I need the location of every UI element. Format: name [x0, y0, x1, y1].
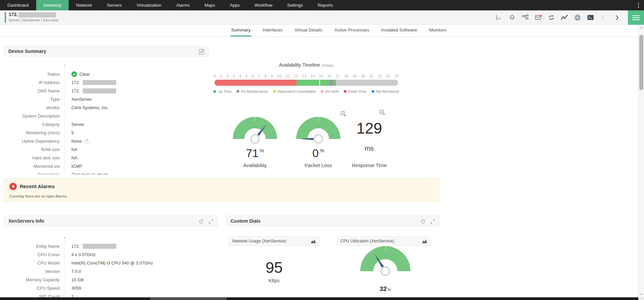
- recent-alarms-message: Currently there are no open Alarms.: [9, 194, 68, 198]
- device-summary-panel: Device Summary ▲ StatusClearIP Address17…: [4, 46, 209, 174]
- gauge-hub: [313, 134, 323, 144]
- horizontal-scrollbar-thumb[interactable]: [150, 298, 227, 300]
- collapse-arrow-icon[interactable]: ▲: [63, 63, 66, 67]
- tab-interfaces[interactable]: Interfaces: [262, 24, 283, 36]
- field-row-cpu-speed: CPU Speed3059: [4, 284, 218, 292]
- field-row-entity-name: Entity Name172.: [4, 242, 218, 250]
- legend-label: Not Monitored: [376, 89, 399, 93]
- timeline-tick: 4: [239, 74, 241, 78]
- xenservers-info-header: XenServers Info: [4, 216, 218, 226]
- field-label: System Description: [4, 114, 60, 119]
- field-text: 172.: [71, 88, 80, 93]
- status-clear-icon: [71, 71, 77, 77]
- timeline-tick: 1: [220, 74, 222, 78]
- globe-icon[interactable]: [574, 14, 581, 21]
- nav-item-maps[interactable]: Maps: [197, 0, 222, 10]
- tab-summary[interactable]: Summary: [231, 24, 251, 36]
- vertical-scrollbar[interactable]: ▲ ▼: [638, 25, 644, 297]
- hamburger-menu-button[interactable]: [628, 10, 644, 25]
- field-value: 4 x 3.07GHz: [71, 252, 95, 257]
- nav-item-dashboard[interactable]: Dashboard: [0, 0, 36, 10]
- device-summary-body: ▲ StatusClearIP Address172.DNS Name172.T…: [4, 57, 209, 174]
- field-value: XenServer: [71, 97, 92, 102]
- collapse-arrow-icon[interactable]: ▲: [63, 236, 66, 239]
- opmanager-app: DashboardInventoryNetworkServersVirtuali…: [0, 0, 644, 300]
- nav-item-alarms[interactable]: Alarms: [169, 0, 197, 10]
- field-label: Entity Name: [4, 244, 60, 249]
- terminal-icon[interactable]: [587, 14, 594, 21]
- device-subtitle: Server | XenServer | Xen-Host: [9, 18, 58, 22]
- timeline-title-text: Availability Timeline: [279, 62, 320, 68]
- network-usage-title: Network Usage (XenService): [232, 239, 311, 243]
- tabs-bar: SummaryInterfacesVirtual DetailsActive P…: [0, 25, 638, 37]
- field-text: Server: [71, 122, 84, 127]
- chart-icon[interactable]: [311, 238, 316, 244]
- scroll-down-button[interactable]: ▼: [639, 292, 644, 297]
- horizontal-scrollbar[interactable]: [0, 297, 638, 300]
- nav-item-virtualization[interactable]: Virtualization: [129, 0, 169, 10]
- redacted-value: [83, 244, 116, 249]
- mail-icon[interactable]: [534, 14, 542, 21]
- chevron-left-icon[interactable]: [600, 14, 607, 21]
- field-text: 15 GB: [71, 277, 84, 282]
- nav-item-servers[interactable]: Servers: [100, 0, 129, 10]
- report-icon[interactable]: [340, 111, 346, 117]
- expand-icon[interactable]: [430, 219, 435, 224]
- device-summary-header: Device Summary: [4, 46, 209, 57]
- timeline-tick: 17: [336, 74, 340, 78]
- workflow-icon[interactable]: [521, 14, 529, 21]
- field-label: Hard disk size: [4, 155, 60, 160]
- packet-loss-value: 0%: [293, 147, 344, 160]
- timeline-tick: 2: [227, 74, 229, 78]
- timeline-tick: 14: [311, 74, 315, 78]
- timeline-tick: 21: [369, 74, 373, 78]
- nav-item-inventory[interactable]: Inventory: [36, 0, 69, 10]
- bell-alert-icon[interactable]: [508, 14, 516, 21]
- overflow-menu-icon[interactable]: [638, 3, 639, 8]
- field-value: Clear: [71, 71, 90, 77]
- sync-loop-icon[interactable]: [548, 14, 555, 21]
- legend-dot: [321, 90, 323, 93]
- vertical-scrollbar-thumb[interactable]: [639, 35, 643, 90]
- field-value: None?: [71, 139, 89, 144]
- field-value: Intel(R) Core(TM) i3 CPU 540 @ 3.07GHz: [71, 260, 153, 266]
- legend-item-down-time: Down Time: [344, 89, 367, 93]
- area-chart-icon[interactable]: [495, 14, 503, 21]
- field-row-type: TypeXenServer: [4, 95, 209, 103]
- alarm-bell-icon: [9, 183, 17, 190]
- nav-item-workflow[interactable]: Workflow: [247, 0, 280, 10]
- edit-pencil-icon[interactable]: [199, 49, 204, 55]
- expand-icon[interactable]: [208, 219, 213, 224]
- chart-icon[interactable]: [422, 238, 427, 244]
- line-graph-icon[interactable]: [561, 14, 568, 21]
- packet-loss-gauge: [296, 117, 340, 139]
- field-row-vendor: VendorCitrix Systems, Inc.: [4, 103, 209, 112]
- nav-item-settings[interactable]: Settings: [280, 0, 310, 10]
- legend-label: On Hold: [325, 89, 338, 93]
- tab-virtual-details[interactable]: Virtual Details: [294, 24, 323, 36]
- tab-installed-software[interactable]: Installed Software: [381, 24, 418, 36]
- report-icon[interactable]: [379, 109, 385, 115]
- legend-dot: [213, 90, 216, 93]
- field-value: 3059: [71, 286, 81, 291]
- recent-alarms-panel: Recent Alarms Currently there are no ope…: [4, 178, 439, 202]
- chevron-right-icon[interactable]: [613, 14, 621, 21]
- help-icon[interactable]: ?: [84, 139, 89, 144]
- timeline-tick: 19: [352, 74, 357, 78]
- nav-item-apps[interactable]: Apps: [222, 0, 247, 10]
- tab-active-processes[interactable]: Active Processes: [334, 24, 370, 36]
- nav-item-reports[interactable]: Reports: [310, 0, 340, 10]
- field-value: 7.0.0: [71, 269, 81, 274]
- field-label: Vendor: [4, 105, 60, 110]
- refresh-icon[interactable]: [421, 219, 426, 224]
- field-value: ICMP: [71, 164, 82, 169]
- scroll-up-button[interactable]: ▲: [639, 25, 644, 30]
- packet-loss-unit: %: [320, 148, 324, 153]
- nav-item-network[interactable]: Network: [69, 0, 100, 10]
- refresh-icon[interactable]: [199, 219, 204, 224]
- xenservers-info-title: XenServers Info: [8, 218, 44, 224]
- field-text: 4 x 3.07GHz: [71, 252, 95, 257]
- xenservers-info-body: ▲ Entity Name172.CPU Cores4 x 3.07GHzCPU…: [4, 226, 218, 300]
- field-value: 172.: [71, 244, 116, 249]
- tab-monitors[interactable]: Monitors: [429, 24, 447, 36]
